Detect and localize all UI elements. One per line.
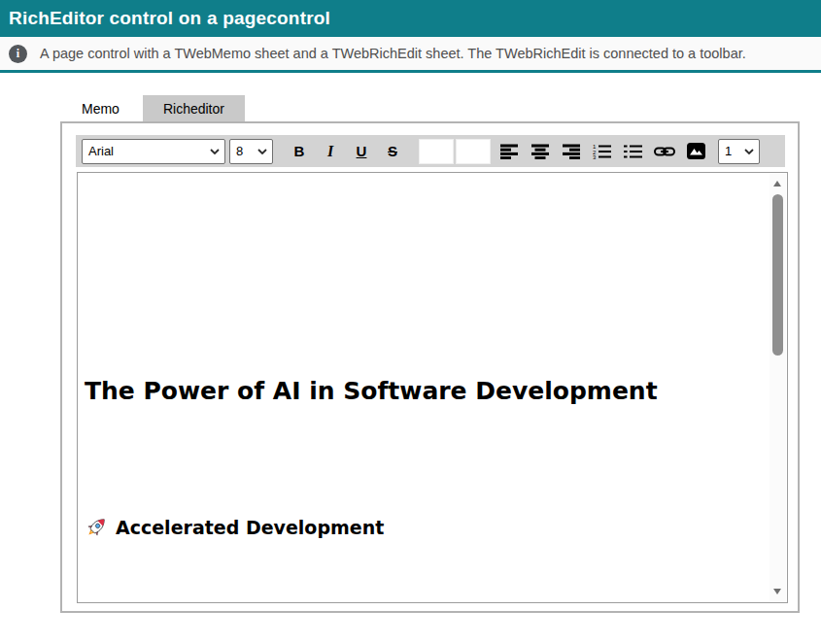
page-control-tabs: Memo Richeditor (68, 95, 245, 121)
unordered-list-button[interactable] (619, 139, 648, 164)
richedit-toolbar: Arial 8 B I U S (76, 135, 785, 167)
scrollbar-thumb[interactable] (772, 194, 783, 356)
chevron-down-icon (257, 149, 267, 154)
align-left-button[interactable] (495, 139, 524, 164)
underline-button[interactable]: U (347, 139, 376, 164)
zoom-value: 1 (725, 144, 732, 158)
bold-button[interactable]: B (285, 139, 314, 164)
link-button[interactable] (650, 139, 679, 164)
font-family-select[interactable]: Arial (82, 139, 225, 164)
vertical-scrollbar[interactable] (770, 174, 786, 601)
info-icon: i (9, 45, 27, 63)
ordered-list-icon: 1 2 3 (593, 144, 612, 159)
svg-text:3: 3 (593, 154, 597, 159)
zoom-select[interactable]: 1 (718, 139, 760, 164)
align-center-icon (531, 144, 550, 159)
unordered-list-icon (624, 144, 643, 159)
font-size-value: 8 (236, 144, 243, 158)
document-heading: The Power of AI in Software Development (85, 377, 658, 405)
info-text: A page control with a TWebMemo sheet and… (40, 46, 746, 61)
chevron-down-icon (744, 149, 754, 154)
rocket-emoji (85, 515, 109, 539)
richeditor-sheet: Arial 8 B I U S (60, 121, 800, 613)
ordered-list-button[interactable]: 1 2 3 (588, 139, 617, 164)
info-bar: i A page control with a TWebMemo sheet a… (0, 37, 821, 73)
chevron-down-icon (210, 149, 220, 154)
text-color-button[interactable] (419, 139, 454, 164)
page-title: RichEditor control on a pagecontrol (0, 0, 821, 37)
align-right-icon (563, 144, 581, 159)
align-right-button[interactable] (557, 139, 586, 164)
richedit-area[interactable]: The Power of AI in Software Development … (77, 172, 788, 603)
align-center-button[interactable] (526, 139, 555, 164)
scroll-down-icon[interactable] (773, 589, 781, 594)
strikethrough-button[interactable]: S (378, 139, 407, 164)
document-subheading: Accelerated Development (116, 517, 384, 538)
document-subheading-line: Accelerated Development (85, 515, 384, 539)
align-left-icon (500, 144, 519, 159)
font-size-select[interactable]: 8 (229, 139, 273, 164)
fill-color-button[interactable] (456, 139, 491, 164)
tab-memo[interactable]: Memo (68, 95, 133, 121)
italic-button[interactable]: I (316, 139, 345, 164)
image-button[interactable] (681, 139, 710, 164)
tab-richeditor[interactable]: Richeditor (143, 95, 245, 121)
page: RichEditor control on a pagecontrol i A … (0, 0, 821, 644)
font-family-value: Arial (88, 144, 114, 158)
link-icon (654, 146, 675, 157)
scroll-up-icon[interactable] (773, 181, 781, 186)
image-icon (687, 143, 705, 159)
